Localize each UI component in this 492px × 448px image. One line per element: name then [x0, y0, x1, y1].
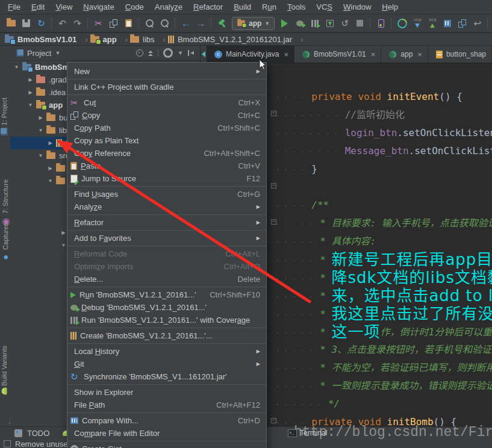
revert-button[interactable]: ↩	[470, 16, 485, 31]
recent-changes-button[interactable]	[455, 16, 470, 31]
chevron-down-icon[interactable]: ▼	[55, 50, 60, 56]
menubar-item[interactable]: Analyze	[149, 1, 188, 13]
run-config-combo[interactable]: app ▼	[232, 17, 275, 30]
menu-item[interactable]: Copy Path Ctrl+Shift+C	[67, 122, 266, 134]
menu-item[interactable]: Create Gist...	[67, 443, 266, 448]
menu-item[interactable]: Compare With... Ctrl+D	[67, 414, 266, 427]
run-button[interactable]	[277, 16, 292, 31]
breadcrumb-item[interactable]: app	[90, 35, 128, 44]
menubar-item[interactable]: Navigate	[78, 1, 119, 13]
breadcrumb-item[interactable]: BmobSmsV1.01	[5, 35, 88, 44]
sync-gradle-button[interactable]	[394, 16, 409, 31]
menubar-item[interactable]: Refactor	[188, 1, 228, 13]
menu-item[interactable]: Find Usages Ctrl+G	[67, 188, 266, 201]
expand-arrow-icon[interactable]: ▼	[37, 153, 44, 158]
debug-button[interactable]	[292, 16, 307, 31]
menubar-item[interactable]: VCS	[311, 1, 338, 13]
tool-window-button[interactable]: 1: Project	[1, 98, 8, 135]
menu-item[interactable]: Show in Explorer	[67, 386, 266, 399]
expand-arrow-icon[interactable]: ▶	[47, 166, 54, 171]
menubar-item[interactable]: Window	[338, 1, 376, 13]
replace-button[interactable]	[157, 16, 172, 31]
forward-button[interactable]: →	[193, 16, 208, 31]
expand-arrow-icon[interactable]: ▼	[27, 102, 34, 108]
menu-item[interactable]: Local History ▶	[67, 345, 266, 358]
expand-arrow-icon[interactable]: ▶	[27, 77, 34, 82]
tab-scroll-left-icon[interactable]	[201, 46, 207, 63]
expand-arrow-icon[interactable]: ▶	[37, 115, 44, 120]
synchronize-button[interactable]: ↻	[34, 16, 49, 31]
collapse-all-icon[interactable]	[148, 51, 153, 56]
open-project-button[interactable]	[4, 16, 19, 31]
menubar-item[interactable]: Help	[376, 1, 403, 13]
attach-to-android-process-button[interactable]	[373, 16, 388, 31]
menu-item[interactable]: Jump to Source F12	[67, 172, 266, 185]
fold-marker-icon[interactable]: −	[271, 183, 276, 188]
run-with-coverage-button[interactable]	[307, 16, 322, 31]
menu-item[interactable]: Git ▶	[67, 358, 266, 370]
paste-button[interactable]	[121, 16, 136, 31]
breadcrumb-item[interactable]: BmobSMS_V1.2.1_20161201.jar	[168, 35, 303, 44]
menu-item[interactable]: ✂ Cut Ctrl+X	[67, 96, 266, 109]
close-icon[interactable]: ×	[284, 50, 288, 59]
expand-arrow-icon[interactable]: ▶	[60, 230, 67, 235]
redo-button[interactable]: ↷	[70, 16, 85, 31]
expand-arrow-icon[interactable]: ▼	[47, 178, 54, 184]
editor-tab[interactable]: c MainActivity.java ×	[207, 46, 294, 63]
close-icon[interactable]: ×	[371, 50, 376, 59]
editor-tab[interactable]: button_shap	[428, 46, 492, 63]
checkbox[interactable]	[4, 440, 11, 447]
menu-item[interactable]: Link C++ Project with Gradle	[67, 81, 266, 93]
copy-button[interactable]	[106, 16, 121, 31]
vcs-commit-button[interactable]	[425, 16, 440, 31]
menubar-item[interactable]: Run	[257, 1, 282, 13]
rerun-button[interactable]: ↺	[337, 16, 352, 31]
terminal-toolwindow-button[interactable]: >_ Terminal	[288, 429, 327, 437]
editor-tab[interactable]: BmobSmsV1.01 ×	[294, 46, 381, 63]
tool-window-button[interactable]: ● Captures	[1, 223, 10, 263]
tool-window-button[interactable]: ◉ 7: Structure	[1, 179, 10, 227]
menu-item[interactable]: Debug 'BmobSMS_V1.2.1_20161...'	[67, 301, 266, 314]
hide-panel-icon[interactable]	[188, 50, 195, 56]
make-project-button[interactable]	[214, 16, 229, 31]
editor-tab[interactable]: app ×	[381, 46, 428, 63]
menu-item[interactable]: Optimize Imports Ctrl+Alt+O	[67, 260, 266, 273]
expand-arrow-icon[interactable]: ▼	[37, 128, 44, 133]
close-icon[interactable]: ×	[417, 50, 422, 59]
save-all-button[interactable]	[19, 16, 34, 31]
menu-item[interactable]: Copy Reference Ctrl+Alt+Shift+C	[67, 147, 266, 160]
menu-item[interactable]: Reformat Code Ctrl+Alt+L	[67, 247, 266, 260]
menu-item[interactable]: Create 'BmobSMS_V1.2.1_20161...'...	[67, 329, 266, 342]
fold-marker-icon[interactable]: −	[271, 111, 276, 116]
menu-item[interactable]: ↻ Synchronize 'BmobSMS_V1...161201.jar'	[67, 370, 266, 383]
find-button[interactable]	[142, 16, 157, 31]
menu-item[interactable]: File Path Ctrl+Alt+F12	[67, 399, 266, 411]
avd-manager-button[interactable]	[440, 16, 455, 31]
menubar-item[interactable]: Build	[228, 1, 257, 13]
fold-marker-icon[interactable]: −	[271, 418, 276, 423]
menu-item[interactable]: Copy as Plain Text	[67, 134, 266, 147]
fold-marker-icon[interactable]: −	[271, 219, 276, 225]
panel-title[interactable]: Project	[27, 49, 51, 58]
back-button[interactable]: ←	[178, 16, 193, 31]
breadcrumb-item[interactable]: libs	[130, 35, 166, 44]
menu-item[interactable]: Copy Ctrl+C	[67, 109, 266, 122]
menubar-item[interactable]: Edit	[26, 1, 50, 13]
menu-item[interactable]: Add to Favorites ▶	[67, 232, 266, 244]
menu-item[interactable]: Compare File with Editor	[67, 427, 266, 440]
menu-item[interactable]: Delete... Delete	[67, 273, 266, 285]
menu-item[interactable]: Run 'BmobSMS_V1.2.1_20161...' with Cover…	[67, 314, 266, 326]
expand-arrow-icon[interactable]: ▶	[47, 140, 54, 146]
tool-window-button[interactable]: Build Variants	[1, 346, 8, 394]
cut-button[interactable]: ✂	[91, 16, 106, 31]
expand-arrow-icon[interactable]: ▼	[60, 243, 67, 248]
menu-item[interactable]: Refactor ▶	[67, 216, 266, 229]
menubar-item[interactable]: Tools	[282, 1, 311, 13]
gear-caret-icon[interactable]: ▼	[178, 50, 183, 56]
attach-debugger-button[interactable]	[322, 16, 337, 31]
menubar-item[interactable]: Code	[120, 1, 149, 13]
stop-button[interactable]	[352, 16, 367, 31]
menu-item[interactable]: New ▶	[67, 65, 266, 78]
undo-button[interactable]: ↶	[55, 16, 70, 31]
menu-item[interactable]: Paste Ctrl+V	[67, 160, 266, 172]
